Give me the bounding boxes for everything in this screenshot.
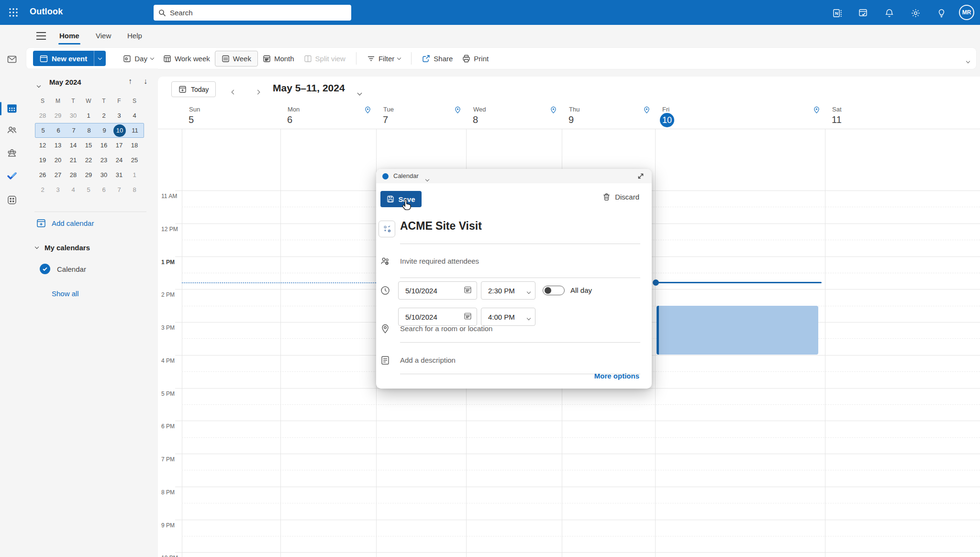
minical-day-cell[interactable]: 29 <box>50 110 66 122</box>
tab-help[interactable]: Help <box>125 31 144 41</box>
minical-day-cell[interactable]: 28 <box>35 110 50 122</box>
minical-day-cell[interactable]: 28 <box>66 169 81 181</box>
my-day-icon[interactable] <box>857 7 869 19</box>
view-week-button[interactable]: Week <box>215 51 258 67</box>
minical-day-cell[interactable]: 5 <box>81 184 96 196</box>
day-header-mon[interactable]: Mon6 <box>280 103 376 129</box>
calendar-list-item[interactable]: Calendar <box>40 264 86 274</box>
minical-day-cell[interactable]: 26 <box>35 169 50 181</box>
add-event-pin-icon[interactable] <box>454 106 461 115</box>
minical-day-cell[interactable]: 11 <box>127 124 143 137</box>
minical-day-cell[interactable]: 2 <box>96 110 111 122</box>
add-event-pin-icon[interactable] <box>364 106 371 115</box>
groups-icon[interactable] <box>6 147 18 159</box>
event-emoji-picker[interactable] <box>379 221 395 237</box>
hamburger-menu-icon[interactable] <box>36 32 47 41</box>
settings-gear-icon[interactable] <box>909 7 922 19</box>
search-input[interactable]: Search <box>154 5 351 21</box>
my-calendars-group[interactable]: My calendars <box>35 244 90 252</box>
view-day-button[interactable]: Day <box>118 52 158 66</box>
more-apps-icon[interactable] <box>6 194 18 206</box>
add-calendar-button[interactable]: Add calendar <box>36 218 94 228</box>
ribbon-collapse-chevron[interactable] <box>967 56 969 65</box>
popup-calendar-chevron[interactable] <box>426 174 429 183</box>
today-button[interactable]: Today <box>171 81 216 97</box>
minical-day-cell[interactable]: 14 <box>66 139 81 152</box>
minical-day-cell[interactable]: 20 <box>50 154 66 167</box>
end-time-input[interactable]: 4:00 PM <box>481 308 535 326</box>
minical-day-cell[interactable]: 2 <box>35 184 50 196</box>
minical-day-cell[interactable]: 8 <box>81 124 97 137</box>
view-month-button[interactable]: Month <box>258 52 299 66</box>
datepicker-calendar-icon[interactable] <box>464 286 472 295</box>
minical-day-cell[interactable]: 30 <box>66 110 81 122</box>
minical-day-cell[interactable]: 4 <box>66 184 81 196</box>
add-event-pin-icon[interactable] <box>813 106 820 115</box>
date-range-chevron[interactable] <box>358 88 361 97</box>
minical-day-cell[interactable]: 6 <box>51 124 66 137</box>
all-day-toggle[interactable] <box>543 286 565 295</box>
minical-day-cell[interactable]: 5 <box>35 124 51 137</box>
minical-day-cell[interactable]: 8 <box>127 184 142 196</box>
mail-icon[interactable] <box>6 54 18 65</box>
minical-day-cell[interactable]: 7 <box>111 184 127 196</box>
minical-today-cell[interactable]: 10 <box>112 124 127 137</box>
description-input[interactable]: Add a description <box>400 356 456 364</box>
minical-day-cell[interactable]: 19 <box>35 154 50 167</box>
discard-button[interactable]: Discard <box>602 193 639 201</box>
minical-day-cell[interactable]: 7 <box>66 124 81 137</box>
todo-icon[interactable] <box>6 170 18 181</box>
datepicker-calendar-icon[interactable] <box>464 312 472 322</box>
add-event-pin-icon[interactable] <box>643 106 650 115</box>
minical-day-cell[interactable]: 17 <box>111 139 127 152</box>
minical-prev-month-arrow[interactable]: ↑ <box>128 77 132 86</box>
minical-day-cell[interactable]: 16 <box>96 139 111 152</box>
day-header-tue[interactable]: Tue7 <box>376 103 466 129</box>
start-time-input[interactable]: 2:30 PM <box>481 281 535 300</box>
attendees-input[interactable]: Invite required attendees <box>400 257 479 265</box>
minical-day-cell[interactable]: 31 <box>111 169 127 181</box>
end-date-input[interactable]: 5/10/2024 <box>398 308 477 326</box>
minical-day-cell[interactable]: 1 <box>81 110 96 122</box>
day-header-thu[interactable]: Thu9 <box>562 103 655 129</box>
people-icon[interactable] <box>6 124 18 136</box>
day-header-sun[interactable]: Sun5 <box>182 103 280 129</box>
tips-lightbulb-icon[interactable] <box>935 7 947 19</box>
previous-week-arrow[interactable] <box>232 87 235 96</box>
minical-day-cell[interactable]: 18 <box>127 139 142 152</box>
minical-day-cell[interactable]: 4 <box>127 110 142 122</box>
minical-day-cell[interactable]: 27 <box>50 169 66 181</box>
expand-popup-icon[interactable] <box>636 172 645 182</box>
minical-day-cell[interactable]: 12 <box>35 139 50 152</box>
share-button[interactable]: Share <box>417 52 457 66</box>
filter-button[interactable]: Filter <box>362 52 405 66</box>
minical-day-cell[interactable]: 9 <box>97 124 112 137</box>
event-title-input[interactable]: ACME Site Visit <box>400 217 640 235</box>
minical-day-cell[interactable]: 21 <box>66 154 81 167</box>
print-button[interactable]: Print <box>457 52 493 66</box>
minical-day-cell[interactable]: 15 <box>81 139 96 152</box>
minical-day-cell[interactable]: 1 <box>127 169 142 181</box>
end-time-chevron[interactable] <box>527 313 530 321</box>
popup-drag-header[interactable]: Calendar <box>376 169 652 183</box>
new-event-dropdown[interactable] <box>94 51 106 66</box>
add-event-pin-icon[interactable] <box>550 106 557 115</box>
minical-day-cell[interactable]: 23 <box>96 154 111 167</box>
tab-home[interactable]: Home <box>57 31 81 41</box>
day-header-wed[interactable]: Wed8 <box>466 103 562 129</box>
new-event-time-block[interactable] <box>657 306 818 355</box>
location-input[interactable]: Search for a room or location <box>400 324 492 333</box>
new-event-button[interactable]: New event <box>33 51 106 66</box>
minical-day-cell[interactable]: 3 <box>111 110 127 122</box>
minical-day-cell[interactable]: 22 <box>81 154 96 167</box>
app-launcher-icon[interactable] <box>7 6 20 19</box>
minical-day-cell[interactable]: 13 <box>50 139 66 152</box>
onenote-feed-icon[interactable]: N <box>831 7 844 19</box>
show-all-link[interactable]: Show all <box>52 290 79 298</box>
minical-collapse-chevron[interactable] <box>37 80 40 89</box>
start-time-chevron[interactable] <box>527 287 530 295</box>
minical-day-cell[interactable]: 3 <box>50 184 66 196</box>
start-date-input[interactable]: 5/10/2024 <box>398 281 477 300</box>
notifications-bell-icon[interactable] <box>883 7 895 19</box>
day-header-fri[interactable]: Fri10 <box>655 103 825 129</box>
